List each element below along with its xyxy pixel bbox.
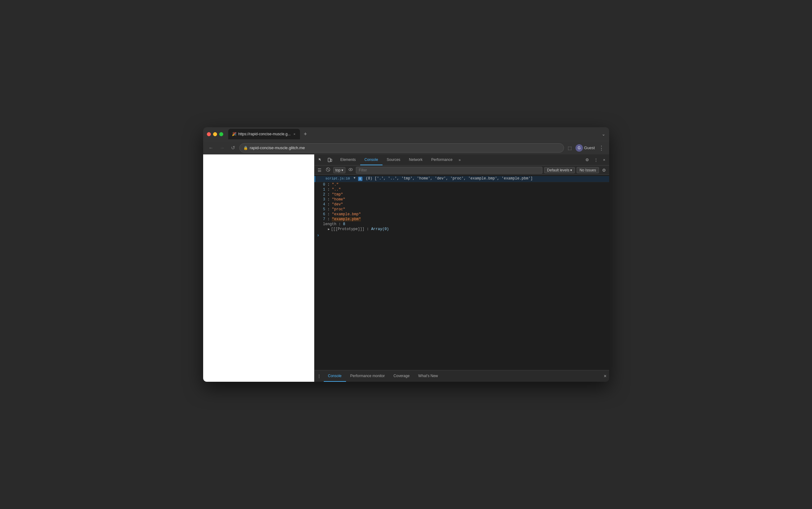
- prototype-expand-icon[interactable]: ▶: [327, 227, 331, 231]
- profile-label: Guest: [584, 145, 595, 150]
- array-entries: 0 : "." 1 : ".." 2 : "tmp": [314, 182, 609, 232]
- devtools-tabs: Elements Console Sources Network Perform…: [336, 155, 582, 165]
- array-summary: (8) ['.', '..', 'tmp', 'home', 'dev', 'p…: [366, 176, 533, 181]
- no-issues-button[interactable]: No Issues: [577, 167, 599, 173]
- console-output[interactable]: script.js:10 ▼ i (8) ['.', '..', 'tmp', …: [314, 175, 609, 370]
- array-key-6: 6: [323, 212, 325, 216]
- table-row: 1 : "..": [321, 187, 609, 192]
- array-key-0: 0: [323, 182, 325, 187]
- prototype-key: [[Prototype]]: [333, 227, 363, 231]
- traffic-lights: [207, 132, 223, 136]
- default-levels-button[interactable]: Default levels ▾: [544, 167, 575, 173]
- reload-button[interactable]: ↺: [229, 144, 237, 152]
- drawer-tab-console[interactable]: Console: [324, 370, 346, 382]
- tab-elements[interactable]: Elements: [336, 155, 360, 165]
- table-row: 7 : "example.pbm": [321, 217, 609, 222]
- drawer-menu-button[interactable]: ⋮: [314, 372, 324, 380]
- array-key-4: 4: [323, 202, 325, 207]
- table-row: 5 : "proc": [321, 207, 609, 212]
- more-tabs-button[interactable]: »: [457, 158, 463, 162]
- entry-content: i (8) ['.', '..', 'tmp', 'home', 'dev', …: [357, 176, 607, 181]
- close-window-button[interactable]: [207, 132, 211, 136]
- console-clear-button[interactable]: [325, 167, 332, 173]
- address-bar[interactable]: 🔒 rapid-concise-muscle.glitch.me: [239, 143, 564, 152]
- drawer-tab-whats-new[interactable]: What's New: [414, 370, 442, 382]
- array-value-5: "proc": [332, 207, 345, 211]
- prototype-separator: ]: [362, 227, 364, 231]
- tab-performance[interactable]: Performance: [427, 155, 457, 165]
- bottom-drawer: ⋮ Console Performance monitor Coverage W…: [314, 370, 609, 382]
- svg-line-3: [327, 168, 329, 171]
- devtools-close-button[interactable]: ×: [601, 156, 607, 163]
- console-prompt-row[interactable]: ›: [314, 232, 609, 239]
- profile-button[interactable]: G Guest: [575, 144, 595, 151]
- tab-sources[interactable]: Sources: [382, 155, 405, 165]
- table-row: 6 : "example.bmp": [321, 212, 609, 217]
- browser-menu-button[interactable]: ⋮: [597, 144, 605, 152]
- console-filter-input[interactable]: [356, 167, 542, 174]
- array-key-2: 2: [323, 193, 325, 197]
- live-expressions-button[interactable]: [347, 167, 354, 173]
- title-chevron-icon[interactable]: ⌄: [602, 132, 605, 137]
- array-value-6: "example.bmp": [332, 212, 361, 216]
- array-key-1: 1: [323, 188, 325, 192]
- table-row: 3 : "home": [321, 197, 609, 202]
- title-bar-right: ⌄: [602, 132, 605, 137]
- tab-console[interactable]: Console: [360, 155, 382, 165]
- devtools-settings-area: ⚙ ⋮ ×: [582, 156, 609, 163]
- new-tab-button[interactable]: +: [301, 130, 310, 138]
- console-drawer-button[interactable]: ☰: [316, 167, 323, 173]
- drawer-tab-performance-monitor[interactable]: Performance monitor: [346, 370, 389, 382]
- svg-rect-0: [328, 158, 330, 162]
- context-selector[interactable]: top ▾: [333, 167, 346, 173]
- drawer-close-button[interactable]: ×: [601, 372, 609, 380]
- devtools-tools-left: [314, 156, 336, 164]
- prototype-value: Array(0): [371, 227, 389, 231]
- devtools-more-options-button[interactable]: ⋮: [592, 156, 600, 163]
- browser-window: 🎉 https://rapid-concise-muscle.g... × + …: [203, 127, 609, 382]
- minimize-window-button[interactable]: [213, 132, 217, 136]
- table-row: 4 : "dev": [321, 202, 609, 207]
- title-bar: 🎉 https://rapid-concise-muscle.g... × + …: [203, 127, 609, 141]
- tab-network[interactable]: Network: [405, 155, 427, 165]
- devtools-toolbar: Elements Console Sources Network Perform…: [314, 155, 609, 166]
- device-toolbar-button[interactable]: [325, 156, 334, 164]
- collapse-arrow-icon[interactable]: ▼: [352, 176, 357, 180]
- tab-favicon-icon: 🎉: [232, 132, 237, 136]
- length-value: 8: [343, 222, 345, 227]
- svg-point-5: [350, 169, 351, 170]
- console-toolbar: ☰ top ▾ Default levels ▾ No Issues: [314, 166, 609, 175]
- no-issues-label: No Issues: [580, 168, 596, 172]
- back-button[interactable]: ←: [207, 144, 216, 152]
- prototype-label: [: [331, 227, 333, 231]
- webpage-content[interactable]: [203, 155, 314, 382]
- devtools-settings-button[interactable]: ⚙: [584, 156, 591, 163]
- default-levels-label: Default levels: [547, 168, 569, 172]
- tab-area: 🎉 https://rapid-concise-muscle.g... × +: [228, 129, 599, 139]
- array-key-5: 5: [323, 207, 325, 211]
- drawer-tab-coverage[interactable]: Coverage: [389, 370, 414, 382]
- array-value-4: "dev": [332, 202, 343, 207]
- default-levels-chevron-icon: ▾: [570, 168, 572, 172]
- maximize-window-button[interactable]: [219, 132, 223, 136]
- nav-bar: ← → ↺ 🔒 rapid-concise-muscle.glitch.me ⬚…: [203, 141, 609, 155]
- devtools-toggle-button[interactable]: ⬚: [566, 144, 573, 151]
- table-row: 2 : "tmp": [321, 192, 609, 197]
- context-dropdown-icon: ▾: [341, 168, 343, 172]
- tab-title: https://rapid-concise-muscle.g...: [239, 132, 291, 136]
- profile-avatar: G: [575, 144, 583, 151]
- context-label: top: [336, 168, 341, 172]
- address-text: rapid-concise-muscle.glitch.me: [250, 145, 305, 150]
- array-value-1: "..": [332, 188, 341, 192]
- prototype-row: ▶ [ [[Prototype]] ] : Array(0): [321, 227, 609, 232]
- source-link[interactable]: script.js:10: [315, 176, 352, 180]
- forward-button[interactable]: →: [218, 144, 227, 152]
- tab-close-button[interactable]: ×: [292, 132, 296, 136]
- table-row: length : 8: [321, 222, 609, 227]
- nav-right-controls: ⬚ G Guest ⋮: [566, 144, 605, 152]
- active-tab[interactable]: 🎉 https://rapid-concise-muscle.g... ×: [228, 129, 300, 139]
- console-settings-button[interactable]: ⚙: [601, 167, 607, 173]
- inspect-element-button[interactable]: [316, 156, 325, 164]
- array-key-3: 3: [323, 197, 325, 202]
- array-value-7: "example.pbm": [332, 217, 361, 222]
